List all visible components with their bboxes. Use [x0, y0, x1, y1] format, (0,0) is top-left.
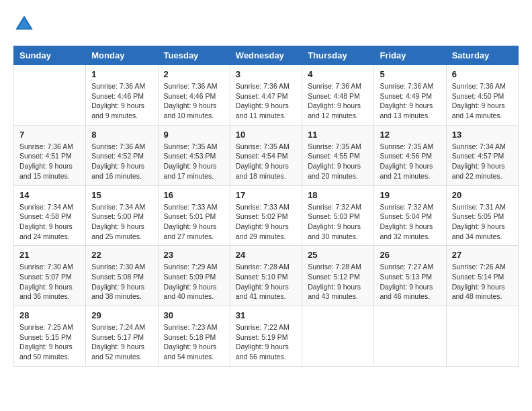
- calendar-cell: 18Sunrise: 7:32 AMSunset: 5:03 PMDayligh…: [302, 185, 374, 246]
- day-info: Sunrise: 7:27 AMSunset: 5:13 PMDaylight:…: [380, 262, 440, 302]
- week-row-3: 21Sunrise: 7:30 AMSunset: 5:07 PMDayligh…: [14, 246, 519, 306]
- day-info: Sunrise: 7:34 AMSunset: 4:57 PMDaylight:…: [452, 142, 513, 181]
- day-number: 15: [91, 190, 152, 200]
- calendar-cell: 29Sunrise: 7:24 AMSunset: 5:17 PMDayligh…: [86, 306, 158, 367]
- week-row-0: 1Sunrise: 7:36 AMSunset: 4:46 PMDaylight…: [14, 65, 519, 126]
- day-info: Sunrise: 7:22 AMSunset: 5:19 PMDaylight:…: [236, 322, 296, 362]
- day-info: Sunrise: 7:35 AMSunset: 4:55 PMDaylight:…: [308, 142, 368, 181]
- calendar-header: SundayMondayTuesdayWednesdayThursdayFrid…: [14, 46, 519, 65]
- day-number: 29: [91, 310, 152, 320]
- calendar-cell: [446, 306, 518, 367]
- calendar-body: 1Sunrise: 7:36 AMSunset: 4:46 PMDaylight…: [14, 65, 519, 367]
- day-info: Sunrise: 7:30 AMSunset: 5:08 PMDaylight:…: [91, 262, 152, 302]
- day-info: Sunrise: 7:36 AMSunset: 4:49 PMDaylight:…: [380, 81, 440, 121]
- day-info: Sunrise: 7:33 AMSunset: 5:02 PMDaylight:…: [236, 202, 296, 242]
- day-info: Sunrise: 7:36 AMSunset: 4:46 PMDaylight:…: [164, 81, 224, 121]
- day-number: 4: [308, 69, 368, 79]
- day-number: 13: [452, 130, 513, 140]
- day-info: Sunrise: 7:29 AMSunset: 5:09 PMDaylight:…: [164, 262, 224, 302]
- day-number: 2: [164, 69, 224, 79]
- day-number: 27: [452, 250, 513, 260]
- day-number: 19: [380, 190, 440, 200]
- calendar-cell: 10Sunrise: 7:35 AMSunset: 4:54 PMDayligh…: [230, 125, 302, 185]
- day-number: 7: [19, 130, 80, 140]
- day-number: 30: [164, 310, 224, 320]
- calendar-cell: 7Sunrise: 7:36 AMSunset: 4:51 PMDaylight…: [14, 125, 86, 185]
- calendar-cell: 6Sunrise: 7:36 AMSunset: 4:50 PMDaylight…: [446, 65, 518, 126]
- calendar-cell: 11Sunrise: 7:35 AMSunset: 4:55 PMDayligh…: [302, 125, 374, 185]
- calendar-cell: 30Sunrise: 7:23 AMSunset: 5:18 PMDayligh…: [158, 306, 230, 367]
- calendar-cell: 26Sunrise: 7:27 AMSunset: 5:13 PMDayligh…: [374, 246, 446, 306]
- day-info: Sunrise: 7:36 AMSunset: 4:47 PMDaylight:…: [236, 81, 296, 121]
- calendar-cell: 2Sunrise: 7:36 AMSunset: 4:46 PMDaylight…: [158, 65, 230, 126]
- day-number: 21: [19, 250, 80, 260]
- calendar-cell: 24Sunrise: 7:28 AMSunset: 5:10 PMDayligh…: [230, 246, 302, 306]
- day-info: Sunrise: 7:26 AMSunset: 5:14 PMDaylight:…: [452, 262, 513, 302]
- day-info: Sunrise: 7:36 AMSunset: 4:50 PMDaylight:…: [452, 81, 513, 121]
- day-number: 26: [380, 250, 440, 260]
- day-number: 12: [380, 130, 440, 140]
- day-number: 18: [308, 190, 368, 200]
- day-number: 8: [91, 130, 152, 140]
- day-info: Sunrise: 7:36 AMSunset: 4:46 PMDaylight:…: [91, 81, 152, 121]
- calendar-cell: 9Sunrise: 7:35 AMSunset: 4:53 PMDaylight…: [158, 125, 230, 185]
- calendar-cell: 1Sunrise: 7:36 AMSunset: 4:46 PMDaylight…: [86, 65, 158, 126]
- calendar-cell: 15Sunrise: 7:34 AMSunset: 5:00 PMDayligh…: [86, 185, 158, 246]
- day-info: Sunrise: 7:33 AMSunset: 5:01 PMDaylight:…: [164, 202, 224, 242]
- day-number: 23: [164, 250, 224, 260]
- header-day-tuesday: Tuesday: [158, 46, 230, 65]
- logo-icon: [13, 13, 35, 35]
- header-day-wednesday: Wednesday: [230, 46, 302, 65]
- header-day-sunday: Sunday: [14, 46, 86, 65]
- calendar-cell: [302, 306, 374, 367]
- calendar-cell: 16Sunrise: 7:33 AMSunset: 5:01 PMDayligh…: [158, 185, 230, 246]
- calendar-cell: 12Sunrise: 7:35 AMSunset: 4:56 PMDayligh…: [374, 125, 446, 185]
- calendar-cell: [14, 65, 86, 126]
- day-info: Sunrise: 7:28 AMSunset: 5:12 PMDaylight:…: [308, 262, 368, 302]
- day-number: 11: [308, 130, 368, 140]
- header-day-monday: Monday: [86, 46, 158, 65]
- calendar-cell: 13Sunrise: 7:34 AMSunset: 4:57 PMDayligh…: [446, 125, 518, 185]
- day-number: 25: [308, 250, 368, 260]
- calendar-cell: 3Sunrise: 7:36 AMSunset: 4:47 PMDaylight…: [230, 65, 302, 126]
- day-info: Sunrise: 7:25 AMSunset: 5:15 PMDaylight:…: [19, 322, 80, 362]
- calendar-table: SundayMondayTuesdayWednesdayThursdayFrid…: [13, 46, 519, 367]
- day-number: 9: [164, 130, 224, 140]
- header-day-thursday: Thursday: [302, 46, 374, 65]
- week-row-4: 28Sunrise: 7:25 AMSunset: 5:15 PMDayligh…: [14, 306, 519, 367]
- day-number: 24: [236, 250, 296, 260]
- day-number: 20: [452, 190, 513, 200]
- calendar-cell: 28Sunrise: 7:25 AMSunset: 5:15 PMDayligh…: [14, 306, 86, 367]
- day-info: Sunrise: 7:23 AMSunset: 5:18 PMDaylight:…: [164, 322, 224, 362]
- day-number: 16: [164, 190, 224, 200]
- day-info: Sunrise: 7:24 AMSunset: 5:17 PMDaylight:…: [91, 322, 152, 362]
- logo: [13, 13, 38, 35]
- calendar-cell: 4Sunrise: 7:36 AMSunset: 4:48 PMDaylight…: [302, 65, 374, 126]
- calendar-cell: 22Sunrise: 7:30 AMSunset: 5:08 PMDayligh…: [86, 246, 158, 306]
- day-number: 31: [236, 310, 296, 320]
- day-number: 3: [236, 69, 296, 79]
- day-info: Sunrise: 7:31 AMSunset: 5:05 PMDaylight:…: [452, 202, 513, 242]
- day-info: Sunrise: 7:34 AMSunset: 5:00 PMDaylight:…: [91, 202, 152, 242]
- day-info: Sunrise: 7:34 AMSunset: 4:58 PMDaylight:…: [19, 202, 80, 242]
- header-day-saturday: Saturday: [446, 46, 518, 65]
- calendar-cell: 21Sunrise: 7:30 AMSunset: 5:07 PMDayligh…: [14, 246, 86, 306]
- calendar-cell: 31Sunrise: 7:22 AMSunset: 5:19 PMDayligh…: [230, 306, 302, 367]
- day-info: Sunrise: 7:30 AMSunset: 5:07 PMDaylight:…: [19, 262, 80, 302]
- calendar-cell: 17Sunrise: 7:33 AMSunset: 5:02 PMDayligh…: [230, 185, 302, 246]
- day-info: Sunrise: 7:28 AMSunset: 5:10 PMDaylight:…: [236, 262, 296, 302]
- calendar-cell: 19Sunrise: 7:32 AMSunset: 5:04 PMDayligh…: [374, 185, 446, 246]
- day-number: 6: [452, 69, 513, 79]
- day-number: 5: [380, 69, 440, 79]
- day-info: Sunrise: 7:36 AMSunset: 4:51 PMDaylight:…: [19, 142, 80, 181]
- calendar-cell: 8Sunrise: 7:36 AMSunset: 4:52 PMDaylight…: [86, 125, 158, 185]
- day-number: 10: [236, 130, 296, 140]
- day-number: 1: [91, 69, 152, 79]
- day-info: Sunrise: 7:35 AMSunset: 4:56 PMDaylight:…: [380, 142, 440, 181]
- day-info: Sunrise: 7:32 AMSunset: 5:03 PMDaylight:…: [308, 202, 368, 242]
- week-row-1: 7Sunrise: 7:36 AMSunset: 4:51 PMDaylight…: [14, 125, 519, 185]
- day-number: 14: [19, 190, 80, 200]
- day-number: 17: [236, 190, 296, 200]
- day-number: 28: [19, 310, 80, 320]
- header-day-friday: Friday: [374, 46, 446, 65]
